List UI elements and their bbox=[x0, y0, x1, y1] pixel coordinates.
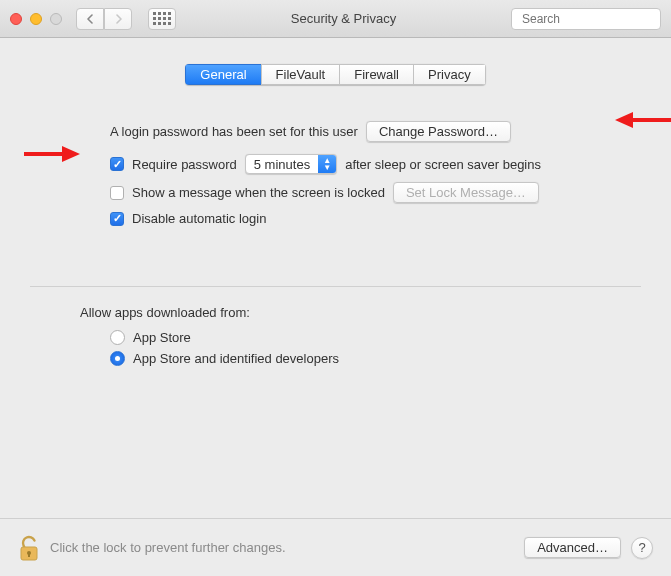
show-message-row: Show a message when the screen is locked… bbox=[110, 182, 641, 203]
tab-privacy[interactable]: Privacy bbox=[413, 64, 486, 85]
require-password-delay-value: 5 minutes bbox=[246, 155, 318, 173]
search-field[interactable]: ✕ bbox=[511, 8, 661, 30]
advanced-button[interactable]: Advanced… bbox=[524, 537, 621, 558]
forward-button[interactable] bbox=[104, 8, 132, 30]
annotation-arrow-change-password bbox=[613, 110, 671, 130]
grid-icon bbox=[153, 12, 171, 25]
radio-appstore[interactable] bbox=[110, 330, 125, 345]
svg-marker-3 bbox=[615, 112, 633, 128]
close-window-button[interactable] bbox=[10, 13, 22, 25]
zoom-window-button bbox=[50, 13, 62, 25]
disable-auto-login-row: Disable automatic login bbox=[110, 211, 641, 226]
lock-message: Click the lock to prevent further change… bbox=[50, 540, 514, 555]
minimize-window-button[interactable] bbox=[30, 13, 42, 25]
set-lock-message-button: Set Lock Message… bbox=[393, 182, 539, 203]
tab-filevault[interactable]: FileVault bbox=[261, 64, 340, 85]
traffic-lights bbox=[10, 13, 62, 25]
disable-auto-login-checkbox[interactable] bbox=[110, 212, 124, 226]
allow-option-identified: App Store and identified developers bbox=[110, 351, 641, 366]
select-arrows-icon: ▲▼ bbox=[318, 155, 336, 173]
footer: Click the lock to prevent further change… bbox=[0, 518, 671, 576]
general-panel: A login password has been set for this u… bbox=[0, 85, 671, 366]
titlebar: Security & Privacy ✕ bbox=[0, 0, 671, 38]
radio-identified[interactable] bbox=[110, 351, 125, 366]
login-password-row: A login password has been set for this u… bbox=[110, 121, 641, 142]
section-divider bbox=[30, 286, 641, 287]
login-password-text: A login password has been set for this u… bbox=[110, 124, 358, 139]
window-title: Security & Privacy bbox=[184, 11, 503, 26]
radio-appstore-label: App Store bbox=[133, 330, 191, 345]
nav-group bbox=[76, 8, 132, 30]
allow-apps-heading: Allow apps downloaded from: bbox=[80, 305, 641, 320]
tab-firewall[interactable]: Firewall bbox=[339, 64, 413, 85]
search-input[interactable] bbox=[522, 12, 671, 26]
require-password-suffix: after sleep or screen saver begins bbox=[345, 157, 541, 172]
help-button[interactable]: ? bbox=[631, 537, 653, 559]
annotation-arrow-require-password bbox=[22, 144, 82, 164]
tabs-segmented: General FileVault Firewall Privacy bbox=[185, 64, 485, 85]
require-password-prefix: Require password bbox=[132, 157, 237, 172]
allow-option-appstore: App Store bbox=[110, 330, 641, 345]
show-message-label: Show a message when the screen is locked bbox=[132, 185, 385, 200]
require-password-checkbox[interactable] bbox=[110, 157, 124, 171]
show-message-checkbox[interactable] bbox=[110, 186, 124, 200]
svg-marker-5 bbox=[62, 146, 80, 162]
change-password-button[interactable]: Change Password… bbox=[366, 121, 511, 142]
lock-open-icon bbox=[18, 534, 40, 562]
disable-auto-login-label: Disable automatic login bbox=[132, 211, 266, 226]
lock-button[interactable] bbox=[18, 534, 40, 562]
require-password-delay-select[interactable]: 5 minutes ▲▼ bbox=[245, 154, 337, 174]
back-button[interactable] bbox=[76, 8, 104, 30]
tabs-row: General FileVault Firewall Privacy bbox=[0, 64, 671, 85]
require-password-row: Require password 5 minutes ▲▼ after slee… bbox=[110, 154, 641, 174]
show-all-button[interactable] bbox=[148, 8, 176, 30]
svg-rect-8 bbox=[28, 554, 30, 557]
radio-identified-label: App Store and identified developers bbox=[133, 351, 339, 366]
tab-general[interactable]: General bbox=[185, 64, 260, 85]
